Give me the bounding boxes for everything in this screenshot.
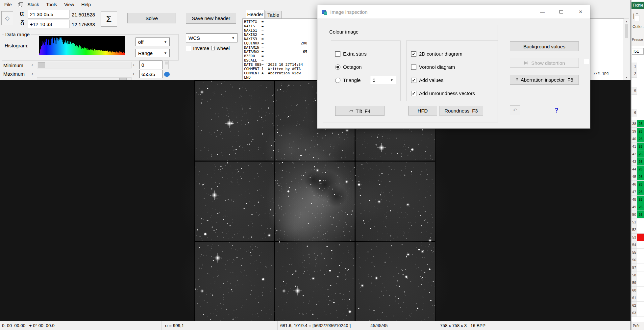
row-header[interactable]: 48 xyxy=(632,196,637,203)
row-header[interactable]: 59 xyxy=(632,279,637,287)
minimum-spinner[interactable] xyxy=(164,61,169,69)
row-header[interactable]: 41 xyxy=(632,143,637,150)
sheet-cell[interactable] xyxy=(637,309,644,317)
inverse-wheel-checkbox[interactable] xyxy=(186,46,191,51)
row-header[interactable]: 55 xyxy=(632,249,637,256)
tilt-button[interactable]: ▱ Tilt F4 xyxy=(335,106,384,116)
row-header[interactable]: 46 xyxy=(632,181,637,188)
row-header[interactable]: 57 xyxy=(632,264,637,271)
contour-checkbox[interactable] xyxy=(411,51,416,57)
row-header[interactable]: 5 xyxy=(632,87,637,95)
maximize-button[interactable] xyxy=(556,8,566,16)
range-select[interactable]: Range▼ xyxy=(136,49,170,57)
wcs-select[interactable]: WCS▼ xyxy=(186,33,237,42)
sheet-row[interactable]: 57 xyxy=(632,264,644,271)
help-link[interactable]: ? xyxy=(555,107,558,114)
sheet-row[interactable]: 53 xyxy=(632,234,644,241)
sheet-cell[interactable] xyxy=(637,226,644,234)
maximum-input[interactable] xyxy=(139,70,162,78)
sheet-cell[interactable]: 26 xyxy=(637,211,644,218)
alpha-input[interactable] xyxy=(28,10,69,18)
sheet-cell[interactable]: 26 xyxy=(637,203,644,211)
sheet-row[interactable]: 4326 xyxy=(632,158,644,165)
octagon-radio[interactable] xyxy=(335,64,340,70)
sheet-cell[interactable] xyxy=(637,264,644,271)
dialog-titlebar[interactable]: Image inspection — ✕ xyxy=(317,5,590,18)
row-header[interactable]: 6 xyxy=(632,109,637,116)
row-header[interactable]: 49 xyxy=(632,203,637,211)
minimum-input[interactable] xyxy=(139,61,162,69)
row-header[interactable]: 62 xyxy=(632,302,637,309)
row-header[interactable]: 45 xyxy=(632,173,637,181)
unroundness-checkbox[interactable] xyxy=(411,91,416,96)
triangle-radio[interactable] xyxy=(335,78,340,83)
stretch-select[interactable]: off▼ xyxy=(136,38,170,46)
name-box[interactable]: I51 xyxy=(632,48,644,55)
sheet-cell[interactable]: 26 xyxy=(637,165,644,173)
row-header[interactable]: 39 xyxy=(632,128,637,135)
sheet-cell[interactable] xyxy=(637,279,644,287)
sheet-row[interactable]: 62 xyxy=(632,302,644,309)
row-header[interactable]: 53 xyxy=(632,234,637,241)
menu-item-tools[interactable]: Tools xyxy=(43,0,61,9)
sheet-row[interactable]: 4026 xyxy=(632,135,644,143)
sheet-cell[interactable]: 26 xyxy=(637,143,644,150)
sheet-row[interactable]: 4126 xyxy=(632,143,644,150)
roundness-button[interactable]: Roundness F3 xyxy=(439,106,483,115)
row-header[interactable]: 50 xyxy=(632,211,637,218)
row-header[interactable]: 2 xyxy=(632,70,637,78)
sheet-cell[interactable]: 25 xyxy=(637,120,644,128)
show-distortion-button[interactable]: ⋈ Show distortion xyxy=(510,58,579,68)
sheet-row[interactable]: 4526 xyxy=(632,173,644,181)
min-slider-right-arrow[interactable]: › xyxy=(133,63,134,67)
memo-scroll-thumb[interactable] xyxy=(625,24,628,38)
sheet-row[interactable]: 3825 xyxy=(632,120,644,128)
sheet-cell[interactable] xyxy=(637,271,644,279)
sheet-row[interactable]: 3926 xyxy=(632,128,644,135)
row-header[interactable]: 60 xyxy=(632,287,637,294)
background-values-button[interactable]: Background values xyxy=(510,41,579,51)
sheet-cell[interactable] xyxy=(637,234,644,241)
row-header[interactable]: 47 xyxy=(632,188,637,196)
memo-scrollbar[interactable]: ▲ ▼ xyxy=(624,18,629,80)
max-slider-left-arrow[interactable]: ‹ xyxy=(32,71,33,76)
row-header[interactable]: 1 xyxy=(632,63,637,70)
min-slider-left-arrow[interactable]: ‹ xyxy=(32,63,33,67)
sheet-cell[interactable] xyxy=(637,302,644,309)
sheet-row[interactable]: 51 xyxy=(632,218,644,226)
max-slider-right-arrow[interactable]: › xyxy=(133,71,134,76)
sigma-button[interactable]: Σ xyxy=(101,12,117,27)
aberration-inspector-button[interactable]: # Aberration inspector F6 xyxy=(510,75,579,85)
row-header[interactable]: 63 xyxy=(632,309,637,317)
minimize-button[interactable]: — xyxy=(537,8,548,16)
apply-range-button[interactable] xyxy=(164,72,170,77)
row-header[interactable]: 56 xyxy=(632,256,637,264)
sheet-row[interactable]: 58 xyxy=(632,271,644,279)
save-new-header-button[interactable]: Save new header xyxy=(186,13,236,24)
sheet-row[interactable]: 4826 xyxy=(632,196,644,203)
solve-button[interactable]: Solve xyxy=(127,13,176,23)
menu-item-view[interactable]: View xyxy=(61,0,78,9)
sheet-row[interactable]: 63 xyxy=(632,309,644,317)
sheet-row[interactable]: 5026 xyxy=(632,211,644,218)
undo-button[interactable]: ↶ xyxy=(510,105,520,115)
menu-item-file[interactable]: File xyxy=(1,0,15,9)
sheet-cell[interactable] xyxy=(637,241,644,249)
add-values-checkbox[interactable] xyxy=(411,78,416,83)
close-button[interactable]: ✕ xyxy=(575,8,586,16)
extra-stars-checkbox[interactable] xyxy=(335,51,340,57)
sheet-row[interactable]: 61 xyxy=(632,294,644,302)
row-header[interactable]: 38 xyxy=(632,120,637,128)
sheet-cell[interactable] xyxy=(637,249,644,256)
row-header[interactable]: 61 xyxy=(632,294,637,302)
sheet-cell[interactable]: 26 xyxy=(637,128,644,135)
excel-file-tab[interactable]: Fichie xyxy=(632,2,644,9)
sheet-row[interactable]: 55 xyxy=(632,249,644,256)
triangle-count-select[interactable]: 0▼ xyxy=(370,76,396,84)
row-header[interactable]: 44 xyxy=(632,165,637,173)
delta-input[interactable] xyxy=(28,20,69,28)
tab-header[interactable]: Header xyxy=(246,10,265,18)
sheet-cell[interactable]: 26 xyxy=(637,196,644,203)
voronoi-checkbox[interactable] xyxy=(411,64,416,70)
hfd-button[interactable]: HFD xyxy=(408,106,437,115)
